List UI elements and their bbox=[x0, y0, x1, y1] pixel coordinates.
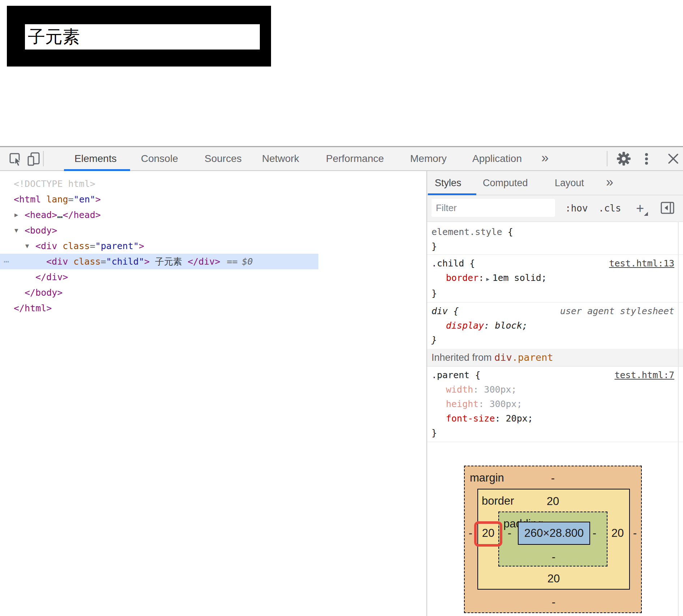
toggle-class-button[interactable]: .cls bbox=[598, 195, 621, 222]
tab-sources[interactable]: Sources bbox=[205, 147, 242, 170]
tab-elements[interactable]: Elements bbox=[74, 147, 117, 170]
source-link[interactable]: test.html:7 bbox=[614, 368, 674, 382]
margin-label: margin bbox=[470, 471, 504, 484]
inherited-from-bar: Inherited from div.parent bbox=[427, 349, 683, 367]
ellipsis-gutter-icon[interactable]: ⋯ bbox=[4, 254, 10, 269]
margin-left-value[interactable]: - bbox=[469, 527, 472, 540]
collapse-arrow-icon[interactable]: ▼ bbox=[14, 223, 18, 238]
dom-row-head[interactable]: ▶<head>…</head> bbox=[0, 207, 426, 223]
rule-parent[interactable]: .parent {test.html:7 width: 300px; heigh… bbox=[427, 367, 683, 442]
inspect-element-icon[interactable] bbox=[9, 152, 23, 168]
settings-gear-icon[interactable] bbox=[617, 151, 631, 167]
expand-shorthand-icon[interactable]: ▶ bbox=[486, 276, 489, 282]
elements-dom-tree: <!DOCTYPE html> <html lang="en"> ▶<head>… bbox=[0, 171, 426, 616]
toggle-sidebar-pane-icon[interactable] bbox=[661, 202, 675, 216]
tab-styles[interactable]: Styles bbox=[435, 171, 461, 195]
child-element-text: 子元素 bbox=[25, 24, 260, 50]
source-link[interactable]: test.html:13 bbox=[609, 256, 674, 271]
dom-row-div-child-selected[interactable]: ⋯<div class="child"> 子元素 </div>==$0 bbox=[0, 254, 318, 269]
inherited-node-class[interactable]: .parent bbox=[512, 352, 553, 363]
toggle-hover-state-button[interactable]: :hov bbox=[565, 195, 588, 222]
border-bottom-value[interactable]: 20 bbox=[547, 572, 560, 585]
styles-tab-bar: Styles Computed Layout » bbox=[427, 171, 683, 195]
child-element-content-box: 子元素 bbox=[25, 24, 260, 50]
toolbar-separator bbox=[607, 151, 607, 166]
margin-top-value[interactable]: - bbox=[551, 472, 555, 485]
styles-filter-input[interactable] bbox=[431, 199, 555, 217]
tab-network[interactable]: Network bbox=[262, 147, 299, 170]
new-rule-corner-triangle-icon bbox=[644, 212, 648, 216]
device-toolbar-icon[interactable] bbox=[27, 152, 41, 168]
tab-performance[interactable]: Performance bbox=[326, 147, 384, 170]
rule-child[interactable]: .child {test.html:13 border:▶1em solid; … bbox=[427, 255, 683, 303]
devtools-window: Elements Console Sources Network Perform… bbox=[0, 146, 683, 616]
more-tabs-icon[interactable]: » bbox=[606, 171, 613, 193]
tab-memory[interactable]: Memory bbox=[410, 147, 447, 170]
user-agent-origin-label: user agent stylesheet bbox=[560, 304, 674, 318]
toolbar-separator bbox=[43, 151, 44, 166]
collapse-arrow-icon[interactable]: ▼ bbox=[25, 238, 29, 254]
dom-row-div-parent[interactable]: ▼<div class="parent"> bbox=[0, 238, 426, 254]
box-model-diagram: margin - border 20 padding - 260×28.800 … bbox=[464, 466, 642, 613]
devtools-toolbar: Elements Console Sources Network Perform… bbox=[0, 147, 683, 171]
margin-bottom-value[interactable]: - bbox=[552, 596, 555, 609]
border-left-value[interactable]: 20 bbox=[482, 527, 494, 540]
sidebar-scrollbar-gutter[interactable] bbox=[678, 222, 679, 616]
dom-row-doctype[interactable]: <!DOCTYPE html> bbox=[0, 176, 426, 192]
more-tabs-icon[interactable]: » bbox=[541, 147, 549, 169]
dom-row-html-open[interactable]: <html lang="en"> bbox=[0, 192, 426, 207]
margin-right-value[interactable]: - bbox=[633, 527, 637, 540]
dom-row-div-close[interactable]: </div> bbox=[0, 269, 426, 285]
dom-row-body-close[interactable]: </body> bbox=[0, 285, 426, 300]
expand-arrow-icon[interactable]: ▶ bbox=[14, 207, 18, 223]
border-label: border bbox=[482, 495, 514, 508]
padding-right-value[interactable]: - bbox=[593, 527, 596, 540]
tab-console[interactable]: Console bbox=[141, 147, 178, 170]
box-model-content[interactable]: 260×28.800 bbox=[518, 522, 590, 545]
styles-filter-bar: :hov .cls + bbox=[427, 195, 683, 222]
child-element-border-box: 子元素 bbox=[7, 6, 271, 67]
tab-computed[interactable]: Computed bbox=[483, 171, 528, 195]
rule-element-style[interactable]: element.style { } bbox=[427, 222, 683, 255]
padding-left-value[interactable]: - bbox=[508, 527, 511, 540]
inherited-node-link[interactable]: div bbox=[494, 352, 512, 363]
dom-row-body-open[interactable]: ▼<body> bbox=[0, 223, 426, 238]
kebab-menu-icon[interactable] bbox=[644, 153, 649, 167]
dom-row-html-close[interactable]: </html> bbox=[0, 300, 426, 316]
styles-sidebar: Styles Computed Layout » :hov .cls + ele… bbox=[426, 171, 683, 616]
rule-div-user-agent[interactable]: div {user agent stylesheet display: bloc… bbox=[427, 303, 683, 349]
tab-application[interactable]: Application bbox=[472, 147, 522, 170]
close-icon[interactable] bbox=[667, 153, 679, 166]
styles-rules-pane: element.style { } .child {test.html:13 b… bbox=[427, 222, 683, 442]
border-top-value[interactable]: 20 bbox=[547, 495, 559, 508]
border-right-value[interactable]: 20 bbox=[611, 527, 624, 540]
tab-layout[interactable]: Layout bbox=[555, 171, 584, 195]
box-model-margin[interactable]: margin - border 20 padding - 260×28.800 … bbox=[464, 466, 642, 613]
padding-bottom-value[interactable]: - bbox=[552, 551, 555, 564]
new-style-rule-button[interactable]: + bbox=[636, 195, 644, 222]
